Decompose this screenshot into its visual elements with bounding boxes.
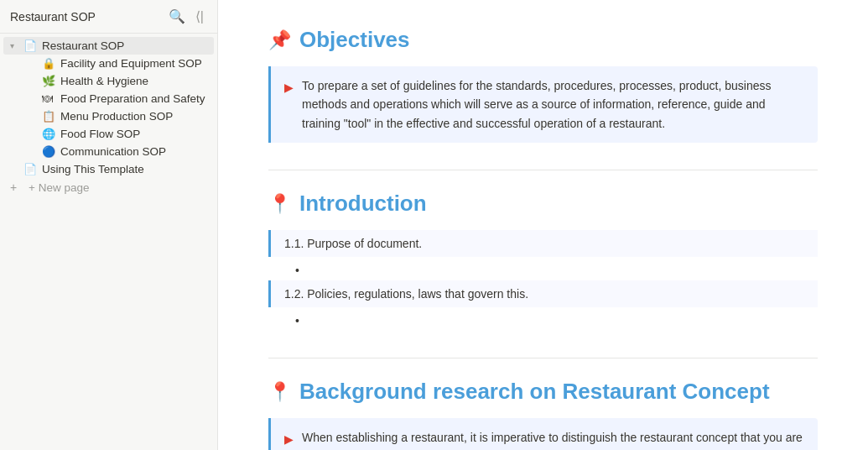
objectives-callout-text: To prepare a set of guidelines for the s… bbox=[302, 76, 804, 133]
intro-quote-1-text: 1.1. Purpose of document. bbox=[284, 237, 422, 250]
search-icon[interactable]: 🔍 bbox=[165, 7, 189, 26]
sidebar: Restaurant SOP 🔍 ⟨| ▾ 📄 Restaurant SOP 🔒… bbox=[0, 0, 218, 450]
tree-root-item[interactable]: ▾ 📄 Restaurant SOP bbox=[3, 37, 214, 55]
tree-item-health[interactable]: 🌿 Health & Hygiene bbox=[22, 72, 214, 90]
background-section: 📍 Background research on Restaurant Conc… bbox=[268, 379, 818, 450]
new-page-button[interactable]: + + New page bbox=[3, 178, 214, 196]
background-callout-arrow-icon: ▶ bbox=[284, 430, 294, 448]
intro-quote-2: 1.2. Policies, regulations, laws that go… bbox=[268, 280, 818, 307]
facility-label: Facility and Equipment SOP bbox=[60, 57, 207, 70]
document-icon: 📄 bbox=[23, 163, 39, 175]
root-item-label: Restaurant SOP bbox=[42, 39, 207, 52]
section-divider-1 bbox=[268, 170, 818, 170]
introduction-heading: Introduction bbox=[299, 191, 427, 217]
communication-emoji-icon: 🔵 bbox=[42, 145, 57, 158]
sidebar-toggle-icon[interactable]: ⟨| bbox=[192, 7, 207, 26]
sidebar-header: Restaurant SOP 🔍 ⟨| bbox=[0, 0, 217, 34]
introduction-pin-icon: 📍 bbox=[268, 193, 291, 215]
using-template-label: Using This Template bbox=[42, 163, 207, 175]
background-pin-icon: 📍 bbox=[268, 381, 291, 403]
objectives-heading: Objectives bbox=[299, 27, 410, 53]
objectives-title-row: 📌 Objectives bbox=[268, 27, 818, 53]
background-title-row: 📍 Background research on Restaurant Conc… bbox=[268, 379, 818, 405]
sidebar-tree: ▾ 📄 Restaurant SOP 🔒 Facility and Equipm… bbox=[0, 34, 217, 450]
health-emoji-icon: 🌿 bbox=[42, 75, 57, 87]
intro-quote-1: 1.1. Purpose of document. bbox=[268, 230, 818, 257]
tree-item-menu[interactable]: 📋 Menu Production SOP bbox=[22, 107, 214, 125]
sidebar-title: Restaurant SOP bbox=[10, 10, 96, 24]
tree-children: 🔒 Facility and Equipment SOP 🌿 Health & … bbox=[0, 55, 217, 160]
sidebar-header-left: Restaurant SOP bbox=[10, 10, 96, 24]
document-icon: 📄 bbox=[23, 39, 39, 52]
tree-item-facility[interactable]: 🔒 Facility and Equipment SOP bbox=[22, 55, 214, 72]
objectives-pin-icon: 📌 bbox=[268, 29, 291, 51]
intro-bullet-1 bbox=[268, 260, 818, 280]
tree-item-using-template[interactable]: 📄 Using This Template bbox=[3, 160, 214, 178]
food-prep-label: Food Preparation and Safety bbox=[60, 92, 207, 105]
tree-item-communication[interactable]: 🔵 Communication SOP bbox=[22, 143, 214, 160]
background-callout-text: When establishing a restaurant, it is im… bbox=[302, 428, 804, 450]
tree-item-food-prep[interactable]: 🍽 Food Preparation and Safety bbox=[22, 90, 214, 107]
objectives-callout: ▶ To prepare a set of guidelines for the… bbox=[268, 66, 818, 143]
plus-icon: + bbox=[10, 181, 23, 194]
intro-quote-2-text: 1.2. Policies, regulations, laws that go… bbox=[284, 287, 528, 301]
tree-item-food-flow[interactable]: 🌐 Food Flow SOP bbox=[22, 125, 214, 143]
intro-bullet-2 bbox=[268, 311, 818, 331]
tree-toggle-icon: ▾ bbox=[10, 41, 23, 50]
menu-label: Menu Production SOP bbox=[60, 110, 207, 123]
introduction-section: 📍 Introduction 1.1. Purpose of document.… bbox=[268, 191, 818, 331]
background-callout: ▶ When establishing a restaurant, it is … bbox=[268, 418, 818, 450]
section-divider-2 bbox=[268, 358, 818, 358]
background-heading: Background research on Restaurant Concep… bbox=[299, 379, 770, 405]
health-label: Health & Hygiene bbox=[60, 75, 207, 87]
food-flow-label: Food Flow SOP bbox=[60, 128, 207, 140]
introduction-title-row: 📍 Introduction bbox=[268, 191, 818, 217]
main-content: 📌 Objectives ▶ To prepare a set of guide… bbox=[218, 0, 868, 450]
new-page-label: + New page bbox=[29, 181, 89, 194]
communication-label: Communication SOP bbox=[60, 145, 207, 158]
objectives-section: 📌 Objectives ▶ To prepare a set of guide… bbox=[268, 27, 818, 143]
food-prep-emoji-icon: 🍽 bbox=[42, 92, 57, 105]
sidebar-header-icons: 🔍 ⟨| bbox=[165, 7, 207, 26]
food-flow-emoji-icon: 🌐 bbox=[42, 128, 57, 140]
menu-emoji-icon: 📋 bbox=[42, 110, 57, 123]
facility-emoji-icon: 🔒 bbox=[42, 57, 57, 70]
callout-arrow-icon: ▶ bbox=[284, 78, 294, 97]
